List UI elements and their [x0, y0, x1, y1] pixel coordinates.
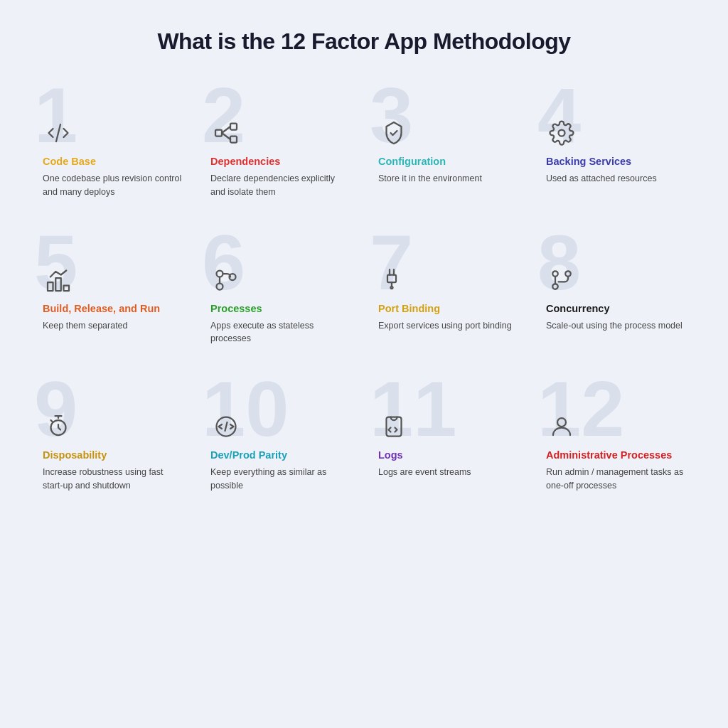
svg-point-6	[559, 130, 565, 136]
factor-title-5: Build, Release, and Run	[43, 303, 160, 314]
factor-icon-7	[378, 264, 410, 296]
factor-icon-6	[210, 264, 242, 296]
svg-rect-1	[215, 130, 222, 136]
factor-desc-12: Run admin / management tasks as one-off …	[546, 466, 685, 493]
factor-icon-3	[378, 117, 410, 149]
factor-icon-9	[43, 411, 74, 442]
factor-title-10: Dev/Prod Parity	[210, 449, 350, 461]
svg-rect-7	[48, 282, 53, 291]
svg-rect-14	[387, 274, 396, 282]
factor-icon-1	[43, 117, 74, 149]
svg-rect-3	[230, 136, 237, 143]
svg-point-15	[391, 287, 393, 289]
factor-cell-11: 11LogsLogs are event streams	[364, 370, 532, 510]
svg-point-11	[217, 283, 223, 289]
svg-rect-2	[230, 124, 237, 130]
factor-title-3: Configuration	[378, 156, 482, 167]
factor-desc-11: Logs are event streams	[378, 466, 471, 479]
page-title: What is the 12 Factor App Methodology	[157, 28, 570, 55]
svg-rect-9	[64, 285, 70, 291]
factor-content-1: Code BaseOne codebase plus revision cont…	[43, 89, 182, 199]
factor-content-2: DependenciesDeclare dependencies explici…	[210, 89, 350, 199]
page: What is the 12 Factor App Methodology 1C…	[0, 0, 728, 728]
factor-desc-8: Scale-out using the process model	[546, 319, 682, 333]
svg-line-21	[225, 422, 228, 431]
factor-title-4: Backing Services	[546, 156, 657, 167]
factor-title-7: Port Binding	[378, 303, 512, 314]
factor-desc-7: Export services using port binding	[378, 319, 512, 333]
svg-rect-8	[55, 278, 61, 291]
factor-content-11: LogsLogs are event streams	[378, 382, 471, 479]
factor-cell-5: 5Build, Release, and RunKeep them separa…	[28, 223, 196, 363]
factor-title-11: Logs	[378, 449, 471, 461]
factor-cell-9: 9DisposabilityIncrease robustness using …	[28, 370, 196, 510]
factor-desc-1: One codebase plus revision control and m…	[43, 172, 182, 199]
factor-desc-5: Keep them separated	[43, 319, 160, 333]
factor-title-6: Processes	[210, 303, 350, 314]
factor-cell-8: 8ConcurrencyScale-out using the process …	[532, 223, 700, 363]
factor-icon-10	[210, 411, 242, 442]
factor-icon-12	[546, 411, 577, 442]
factor-cell-3: 3ConfigurationStore it in the environmen…	[364, 76, 532, 216]
factor-content-7: Port BindingExport services using port b…	[378, 236, 512, 333]
factor-desc-2: Declare dependencies explicitly and isol…	[210, 172, 350, 199]
factor-content-3: ConfigurationStore it in the environment	[378, 89, 482, 186]
factor-cell-6: 6ProcessesApps execute as stateless proc…	[196, 223, 364, 363]
factor-icon-8	[546, 264, 577, 296]
factor-content-12: Administrative ProcessesRun admin / mana…	[546, 382, 685, 493]
factor-cell-4: 4Backing ServicesUsed as attached resour…	[532, 76, 700, 216]
factor-cell-1: 1Code BaseOne codebase plus revision con…	[28, 76, 196, 216]
factor-desc-3: Store it in the environment	[378, 172, 482, 186]
factor-cell-2: 2DependenciesDeclare dependencies explic…	[196, 76, 364, 216]
svg-point-10	[217, 270, 223, 277]
factor-content-9: DisposabilityIncrease robustness using f…	[43, 382, 182, 493]
factor-icon-2	[210, 117, 242, 149]
factor-icon-4	[546, 117, 577, 149]
factor-cell-12: 12Administrative ProcessesRun admin / ma…	[532, 370, 700, 510]
row-spacer	[28, 216, 700, 223]
factor-cell-7: 7Port BindingExport services using port …	[364, 223, 532, 363]
factor-cell-10: 10Dev/Prod ParityKeep everything as simi…	[196, 370, 364, 510]
factor-content-5: Build, Release, and RunKeep them separat…	[43, 236, 160, 333]
svg-line-5	[222, 133, 230, 139]
factor-desc-6: Apps execute as stateless processes	[210, 319, 350, 346]
svg-line-4	[222, 127, 230, 133]
factor-desc-10: Keep everything as similar as possible	[210, 466, 350, 493]
svg-point-23	[557, 418, 566, 427]
factor-title-8: Concurrency	[546, 303, 682, 314]
factor-title-9: Disposability	[43, 449, 182, 461]
factor-content-4: Backing ServicesUsed as attached resourc…	[546, 89, 657, 186]
factor-icon-5	[43, 264, 74, 296]
factor-title-1: Code Base	[43, 156, 182, 167]
factor-content-8: ConcurrencyScale-out using the process m…	[546, 236, 682, 333]
svg-line-0	[56, 124, 60, 141]
factor-icon-11	[378, 411, 410, 442]
factor-desc-9: Increase robustness using fast start-up …	[43, 466, 182, 493]
factor-desc-4: Used as attached resources	[546, 172, 657, 186]
factor-content-10: Dev/Prod ParityKeep everything as simila…	[210, 382, 350, 493]
factor-title-12: Administrative Processes	[546, 449, 685, 461]
factor-title-2: Dependencies	[210, 156, 350, 167]
factors-grid: 1Code BaseOne codebase plus revision con…	[28, 76, 700, 510]
factor-content-6: ProcessesApps execute as stateless proce…	[210, 236, 350, 346]
